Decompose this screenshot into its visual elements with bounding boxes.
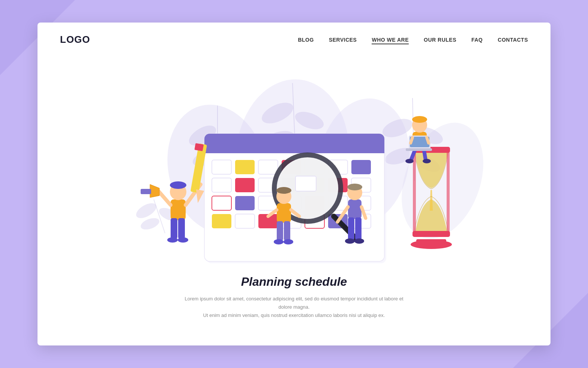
- svg-point-66: [170, 181, 186, 189]
- svg-point-92: [345, 238, 355, 244]
- nav-item-services[interactable]: SERVICES: [329, 37, 357, 43]
- nav-item-our-rules[interactable]: OUR RULES: [424, 37, 456, 43]
- svg-line-110: [411, 137, 412, 143]
- svg-rect-69: [141, 189, 151, 194]
- svg-point-22: [139, 216, 161, 232]
- nav-item-who-we-are[interactable]: WHO WE ARE: [372, 37, 409, 43]
- svg-rect-29: [258, 160, 278, 174]
- hero-section: Planning schedule Lorem ipsum dolor sit …: [38, 53, 550, 338]
- nav-item-contacts[interactable]: CONTACTS: [498, 37, 528, 43]
- svg-rect-63: [171, 218, 177, 239]
- navigation: BLOG SERVICES WHO WE ARE OUR RULES FAQ C…: [298, 37, 528, 43]
- svg-rect-81: [277, 221, 283, 241]
- svg-marker-68: [150, 184, 159, 198]
- svg-rect-90: [348, 217, 354, 240]
- section-title: Planning schedule: [112, 275, 476, 289]
- svg-rect-64: [178, 218, 185, 239]
- svg-rect-35: [235, 178, 255, 192]
- svg-rect-34: [212, 178, 231, 192]
- nav-item-blog[interactable]: BLOG: [298, 37, 314, 43]
- svg-point-75: [178, 237, 188, 243]
- header: LOGO BLOG SERVICES WHO WE ARE OUR RULES …: [38, 23, 550, 53]
- svg-rect-41: [212, 196, 231, 210]
- svg-rect-95: [416, 239, 446, 246]
- svg-point-83: [274, 239, 284, 244]
- svg-rect-85: [348, 199, 362, 219]
- page-wrapper: LOGO BLOG SERVICES WHO WE ARE OUR RULES …: [0, 0, 588, 368]
- svg-rect-62: [171, 199, 186, 220]
- svg-rect-48: [212, 214, 231, 228]
- nav-item-faq[interactable]: FAQ: [471, 37, 483, 43]
- svg-rect-42: [235, 196, 255, 210]
- svg-line-111: [427, 137, 429, 143]
- svg-rect-73: [194, 143, 204, 151]
- svg-rect-97: [412, 231, 450, 237]
- svg-rect-58: [296, 176, 316, 191]
- svg-rect-109: [406, 148, 432, 151]
- svg-point-93: [354, 238, 364, 244]
- svg-rect-91: [355, 217, 362, 240]
- text-section: Planning schedule Lorem ipsum dolor sit …: [38, 271, 550, 331]
- svg-point-87: [347, 184, 362, 190]
- svg-point-78: [276, 187, 291, 194]
- svg-rect-76: [277, 203, 291, 223]
- logo: LOGO: [60, 34, 90, 45]
- main-card: LOGO BLOG SERVICES WHO WE ARE OUR RULES …: [38, 23, 550, 345]
- svg-point-74: [167, 237, 178, 243]
- svg-point-103: [405, 159, 414, 163]
- section-description: Lorem ipsum dolor sit amet, consectetur …: [178, 295, 410, 320]
- svg-rect-28: [235, 160, 255, 174]
- svg-rect-27: [212, 160, 231, 174]
- svg-rect-26: [204, 145, 384, 153]
- svg-rect-49: [235, 214, 255, 228]
- svg-point-104: [423, 159, 431, 163]
- svg-rect-33: [351, 160, 371, 174]
- svg-rect-82: [284, 221, 290, 241]
- svg-point-84: [284, 239, 293, 244]
- svg-point-106: [412, 116, 427, 123]
